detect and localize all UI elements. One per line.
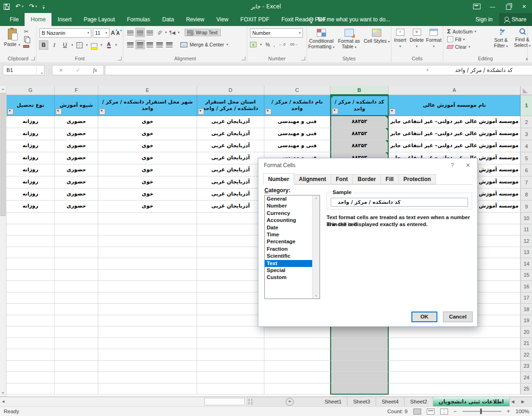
tell-me-box[interactable]: Tell me what you want to do... (309, 13, 390, 26)
list-scroll-down-icon[interactable]: ∨ (313, 294, 320, 298)
column-header-G[interactable]: G (6, 86, 55, 95)
cell-G11[interactable] (6, 224, 55, 236)
scrollbar-resize-grip[interactable] (249, 399, 252, 404)
cell-G8[interactable]: روزانه (6, 188, 55, 201)
cell-F3[interactable]: حضوری (55, 128, 98, 140)
category-item-text[interactable]: Text (265, 260, 320, 267)
cell-G13[interactable] (6, 247, 55, 259)
scroll-down-icon[interactable]: ▼ (0, 390, 6, 396)
cell-F21[interactable] (55, 338, 98, 350)
cell-D17[interactable] (197, 292, 264, 304)
header-cell-C1[interactable]: نام دانشکده / مرکز / واحد (264, 95, 330, 116)
accounting-dropdown-icon[interactable]: ▾ (260, 43, 262, 46)
cell-E9[interactable]: خوی (98, 201, 197, 213)
decrease-decimal-button[interactable]: .00→ (289, 43, 298, 46)
cell-D19[interactable] (197, 315, 264, 327)
cell-C24[interactable] (264, 372, 330, 384)
align-center-button[interactable] (136, 40, 144, 49)
cell-D7[interactable]: آذربایجان غربی (197, 176, 264, 188)
ribbon-tab-data[interactable]: Data (156, 13, 180, 26)
cell-A4[interactable]: موسسه آموزش عالی غیر دولتی– غیر انتفاعی … (389, 140, 520, 152)
cell-G17[interactable] (6, 292, 55, 304)
page-break-view-icon[interactable] (440, 409, 448, 415)
row-header-8[interactable]: 8 (520, 188, 532, 201)
cell-A3[interactable]: موسسه آموزش عالی غیر دولتی– غیر انتفاعی … (389, 128, 520, 140)
cancel-entry-icon[interactable]: ✕ (59, 67, 63, 73)
ribbon-display-options-button[interactable] (469, 0, 485, 13)
borders-button[interactable] (76, 41, 84, 49)
cell-E3[interactable]: خوی (98, 128, 197, 140)
cell-B21[interactable] (330, 338, 389, 350)
paste-button[interactable]: Paste ▾ (3, 29, 21, 48)
cell-F9[interactable]: حضوری (55, 201, 98, 213)
cell-F8[interactable]: حضوری (55, 188, 98, 201)
zoom-slider[interactable] (462, 411, 501, 412)
increase-indent-button[interactable] (155, 40, 164, 49)
cell-E8[interactable]: خوی (98, 188, 197, 201)
row-header-14[interactable]: 14 (520, 258, 532, 270)
cell-C21[interactable] (264, 338, 330, 350)
cell-E17[interactable] (98, 292, 197, 304)
clear-button[interactable]: Clear ▾ (447, 44, 476, 50)
ribbon-tab-view[interactable]: View (211, 13, 235, 26)
column-header-E[interactable]: E (98, 86, 197, 95)
sheet-tab-sheet1[interactable]: Sheet1 (319, 397, 347, 406)
cell-G22[interactable] (6, 349, 55, 361)
cell-A20[interactable] (389, 326, 520, 338)
cell-E5[interactable]: خوی (98, 152, 197, 164)
header-cell-E1[interactable]: شهر محل استقرار دانشکده / مرکز / واحد (98, 95, 197, 116)
name-box-dropdown-icon[interactable]: ▾ (41, 69, 43, 78)
row-header-20[interactable]: 20 (520, 326, 532, 338)
vertical-scroll-thumb[interactable] (0, 93, 6, 216)
cell-E6[interactable]: خوی (98, 164, 197, 176)
align-right-button[interactable] (146, 40, 154, 49)
ribbon-tab-review[interactable]: Review (180, 13, 210, 26)
row-header-21[interactable]: 21 (520, 338, 532, 350)
cell-F16[interactable] (55, 281, 98, 292)
orientation-dropdown-icon[interactable]: ▾ (165, 31, 167, 34)
cell-D4[interactable]: آذربایجان غربی (197, 140, 264, 152)
cell-G23[interactable] (6, 361, 55, 372)
cell-D15[interactable] (197, 270, 264, 281)
font-color-dropdown-icon[interactable]: ▾ (115, 43, 117, 47)
text-direction-button[interactable]: ¶◀ (168, 28, 177, 37)
cell-F24[interactable] (55, 372, 98, 384)
cell-D20[interactable] (197, 326, 264, 338)
category-item-accounting[interactable]: Accounting (265, 217, 320, 224)
category-item-percentage[interactable]: Percentage (265, 238, 320, 245)
filter-icon-G[interactable] (7, 109, 13, 115)
list-scroll-up-icon[interactable]: ∧ (313, 196, 320, 200)
column-header-C[interactable]: C (264, 86, 330, 95)
column-header-B[interactable]: B (330, 86, 389, 95)
find-select-button[interactable]: Find & Select ▾ (513, 28, 532, 48)
filter-icon-F[interactable] (56, 109, 62, 115)
cell-D9[interactable]: آذربایجان غربی (197, 201, 264, 213)
cell-G5[interactable]: روزانه (6, 152, 55, 164)
underline-button[interactable]: U (61, 41, 69, 49)
cell-G9[interactable]: روزانه (6, 201, 55, 213)
cell-E24[interactable] (98, 372, 197, 384)
cell-E13[interactable] (98, 247, 197, 259)
share-button[interactable]: Share (499, 13, 532, 26)
cell-F14[interactable] (55, 258, 98, 270)
collapse-ribbon-icon[interactable]: ∧ (525, 57, 528, 61)
cell-E15[interactable] (98, 270, 197, 281)
formula-bar-collapse-icon[interactable]: ∧ (426, 68, 429, 72)
filter-icon-E[interactable] (99, 109, 105, 115)
row-header-1[interactable]: 1 (520, 95, 532, 116)
cell-A22[interactable] (389, 349, 520, 361)
category-item-scientific[interactable]: Scientific (265, 253, 320, 260)
fill-color-button[interactable] (90, 41, 98, 49)
row-header-9[interactable]: 9 (520, 201, 532, 213)
cell-B24[interactable] (330, 372, 389, 384)
row-header-17[interactable]: 17 (520, 292, 532, 304)
cell-F2[interactable]: حضوری (55, 116, 98, 128)
cell-E12[interactable] (98, 235, 197, 247)
row-header-5[interactable]: 5 (520, 152, 532, 164)
row-header-3[interactable]: 3 (520, 128, 532, 140)
row-header-4[interactable]: 4 (520, 140, 532, 152)
sign-in-link[interactable]: Sign in (469, 16, 499, 23)
font-color-button[interactable]: A (105, 41, 113, 49)
cell-B4[interactable]: ۸۸۲۵۲ (330, 140, 389, 152)
filter-icon-A[interactable] (390, 109, 396, 115)
